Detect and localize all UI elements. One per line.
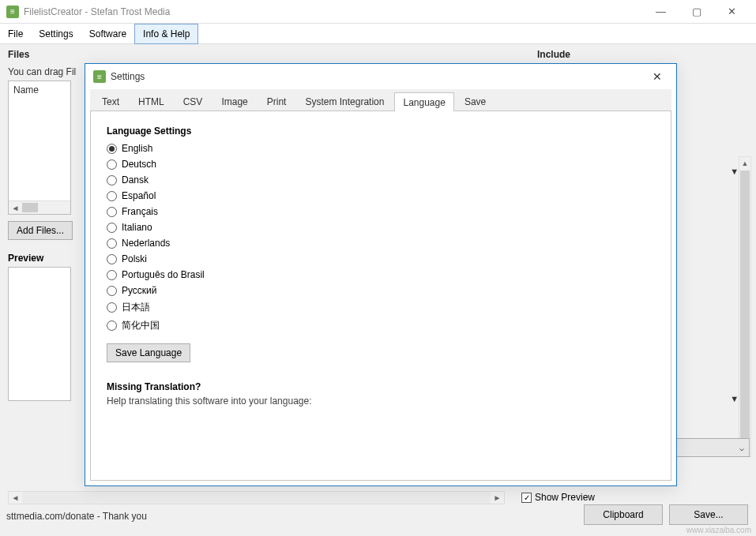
dialog-title: Settings: [111, 71, 145, 82]
app-icon: ≡: [6, 6, 19, 18]
donate-link[interactable]: sttmedia.com/donate - Thank you: [6, 511, 147, 522]
column-header-name[interactable]: Name: [13, 84, 39, 96]
radio-icon[interactable]: [107, 159, 117, 170]
scroll-up-icon[interactable]: ▲: [739, 157, 750, 171]
menubar: File Settings Software Info & Help: [0, 24, 756, 44]
window-title: FilelistCreator - Stefan Trost Media: [24, 6, 170, 17]
radio-dansk[interactable]: Dansk: [107, 174, 655, 186]
tab-html[interactable]: HTML: [130, 92, 173, 111]
menu-settings[interactable]: Settings: [31, 24, 81, 44]
radio-russian[interactable]: Русский: [107, 285, 655, 296]
menu-info-help[interactable]: Info & Help: [134, 24, 198, 44]
radio-icon[interactable]: [107, 320, 117, 331]
watermark: www.xiazaiba.com: [686, 526, 751, 534]
radio-nederlands[interactable]: Nederlands: [107, 238, 655, 249]
check-icon[interactable]: ✓: [521, 493, 532, 503]
radio-polski[interactable]: Polski: [107, 253, 655, 264]
radio-icon[interactable]: [107, 207, 117, 217]
tab-language[interactable]: Language: [394, 92, 453, 111]
minimize-button[interactable]: —: [643, 1, 679, 23]
clipboard-button[interactable]: Clipboard: [584, 504, 663, 525]
scroll-right-icon[interactable]: ►: [491, 492, 504, 504]
tab-csv[interactable]: CSV: [175, 92, 212, 111]
menu-software[interactable]: Software: [81, 24, 134, 44]
radio-francais[interactable]: Français: [107, 206, 655, 217]
tab-print[interactable]: Print: [258, 92, 295, 111]
files-list[interactable]: Name ◄: [8, 81, 71, 215]
show-preview-label: Show Preview: [535, 492, 595, 503]
missing-translation-heading: Missing Translation?: [107, 381, 655, 392]
app-icon: ≡: [93, 70, 106, 83]
radio-icon[interactable]: [107, 144, 117, 154]
radio-icon[interactable]: [107, 270, 117, 280]
tab-system-integration[interactable]: System Integration: [296, 92, 393, 111]
radio-portugues[interactable]: Português do Brasil: [107, 269, 655, 280]
radio-icon[interactable]: [107, 286, 117, 296]
radio-espanol[interactable]: Español: [107, 190, 655, 201]
settings-tabs: Text HTML CSV Image Print System Integra…: [90, 89, 671, 111]
radio-italiano[interactable]: Italiano: [107, 222, 655, 233]
radio-japanese[interactable]: 日本語: [107, 301, 655, 314]
close-button[interactable]: ✕: [714, 1, 750, 23]
add-files-button[interactable]: Add Files...: [8, 221, 73, 240]
missing-translation-text: Help translating this software into your…: [107, 395, 655, 407]
files-hscrollbar[interactable]: ◄: [9, 201, 70, 214]
bottom-bar: ◄ ► ✓ Show Preview sttmedia.com/donate -…: [0, 482, 756, 536]
section-files-header: Files: [8, 49, 537, 60]
radio-icon[interactable]: [107, 302, 117, 313]
scroll-left-icon[interactable]: ◄: [9, 201, 22, 214]
radio-icon[interactable]: [107, 254, 117, 264]
radio-chinese[interactable]: 简化中国: [107, 319, 655, 332]
save-button[interactable]: Save...: [669, 504, 748, 525]
show-preview-checkbox[interactable]: ✓ Show Preview: [521, 492, 595, 503]
section-include-header: Include: [537, 49, 570, 60]
include-vscrollbar[interactable]: ▲ ▼: [739, 156, 751, 457]
maximize-button[interactable]: ▢: [679, 1, 714, 23]
preview-hscrollbar[interactable]: ◄ ►: [8, 491, 505, 504]
radio-icon[interactable]: [107, 238, 117, 249]
language-settings-heading: Language Settings: [107, 126, 655, 137]
scroll-left-icon[interactable]: ◄: [9, 492, 22, 504]
preview-panel: [8, 267, 71, 401]
dialog-titlebar[interactable]: ≡ Settings ✕: [85, 64, 676, 89]
radio-icon[interactable]: [107, 191, 117, 201]
radio-icon[interactable]: [107, 223, 117, 233]
tab-image[interactable]: Image: [213, 92, 256, 111]
titlebar: ≡ FilelistCreator - Stefan Trost Media —…: [0, 0, 756, 24]
save-language-button[interactable]: Save Language: [107, 343, 190, 362]
radio-icon[interactable]: [107, 175, 117, 186]
language-tab-body: Language Settings English Deutsch Dansk …: [90, 111, 671, 481]
dialog-close-button[interactable]: ✕: [646, 67, 668, 86]
tab-save[interactable]: Save: [456, 92, 495, 111]
settings-dialog: ≡ Settings ✕ Text HTML CSV Image Print S…: [85, 63, 677, 486]
radio-english[interactable]: English: [107, 143, 655, 154]
tab-text[interactable]: Text: [93, 92, 128, 111]
menu-file[interactable]: File: [0, 24, 31, 44]
chevron-down-icon: ⌵: [739, 444, 744, 452]
radio-deutsch[interactable]: Deutsch: [107, 159, 655, 170]
